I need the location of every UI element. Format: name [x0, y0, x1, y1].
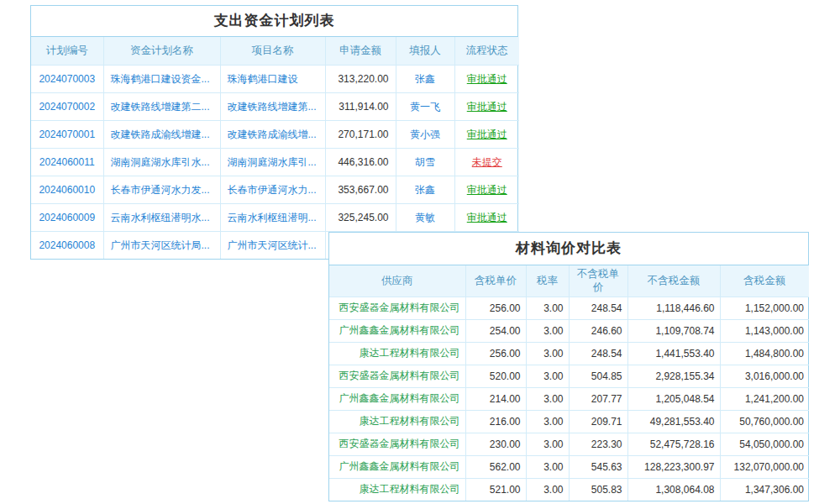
- table-row: 西安盛器金属材料有限公司520.003.00504.852,928,155.34…: [329, 365, 809, 387]
- table-row: 康达工程材料有限公司521.003.00505.831,308,064.081,…: [329, 478, 809, 501]
- expense-table-body: 2024070003珠海鹤港口建设资金...珠海鹤港口建设313,220.00张…: [31, 66, 519, 260]
- process-status-link[interactable]: 审批通过: [454, 93, 519, 121]
- table-row: 2024070003珠海鹤港口建设资金...珠海鹤港口建设313,220.00张…: [31, 66, 519, 93]
- tax-excl-unit-price-value: 207.77: [569, 387, 627, 410]
- tax-excl-amount-value: 2,928,155.34: [627, 365, 720, 387]
- tax-rate-value: 3.00: [526, 342, 569, 365]
- plan-no-link[interactable]: 2024070002: [31, 93, 103, 121]
- tax-incl-amount-value: 3,016,000.00: [720, 365, 809, 387]
- tax-excl-unit-price-value: 246.60: [569, 319, 627, 342]
- tax-incl-unit-price-value: 520.00: [465, 365, 526, 387]
- tax-incl-unit-price-value: 256.00: [465, 297, 526, 319]
- column-header-tax-incl-amount: 含税金额: [720, 265, 809, 297]
- column-header-project-name: 项目名称: [220, 37, 325, 66]
- fund-plan-name-link[interactable]: 湖南洞庭湖水库引水...: [103, 149, 220, 176]
- tax-rate-value: 3.00: [526, 365, 569, 387]
- project-name-link[interactable]: 云南水利枢纽潜明...: [220, 204, 325, 232]
- supplier-link[interactable]: 广州鑫鑫金属材料有限公司: [329, 319, 465, 342]
- project-name-link[interactable]: 珠海鹤港口建设: [220, 66, 325, 93]
- project-name-link[interactable]: 长春市伊通河水力...: [220, 176, 325, 204]
- table-row: 康达工程材料有限公司256.003.00248.541,441,553.401,…: [329, 342, 809, 365]
- tax-incl-amount-value: 1,241,200.00: [720, 387, 809, 410]
- tax-excl-unit-price-value: 209.71: [569, 410, 627, 433]
- tax-incl-unit-price-value: 230.00: [465, 433, 526, 455]
- table-row: 2024070002改建铁路线增建第二...改建铁路线增建第...311,914…: [31, 93, 519, 121]
- process-status-link[interactable]: 未提交: [454, 149, 519, 176]
- fund-plan-name-link[interactable]: 广州市天河区统计局...: [103, 232, 220, 260]
- tax-rate-value: 3.00: [526, 297, 569, 319]
- request-amount-value: 270,171.00: [325, 121, 396, 149]
- plan-no-link[interactable]: 2024060010: [31, 176, 103, 204]
- fund-plan-name-link[interactable]: 长春市伊通河水力发...: [103, 176, 220, 204]
- column-header-filler: 填报人: [396, 37, 454, 66]
- filler-link[interactable]: 黄小强: [396, 121, 454, 149]
- tax-incl-amount-value: 1,152,000.00: [720, 297, 809, 319]
- tax-excl-unit-price-value: 545.63: [569, 455, 627, 478]
- table-row: 2024060011湖南洞庭湖水库引水...湖南洞庭湖水库引...446,316…: [31, 149, 519, 176]
- tax-rate-value: 3.00: [526, 319, 569, 342]
- tax-rate-value: 3.00: [526, 387, 569, 410]
- tax-excl-unit-price-value: 248.54: [569, 342, 627, 365]
- project-name-link[interactable]: 湖南洞庭湖水库引...: [220, 149, 325, 176]
- project-name-link[interactable]: 改建铁路成渝线增...: [220, 121, 325, 149]
- project-name-link[interactable]: 改建铁路线增建第...: [220, 93, 325, 121]
- table-row: 2024060010长春市伊通河水力发...长春市伊通河水力...353,667…: [31, 176, 519, 204]
- filler-link[interactable]: 张鑫: [396, 66, 454, 93]
- expense-fund-plan-title: 支出资金计划列表: [31, 6, 517, 37]
- material-inquiry-title: 材料询价对比表: [329, 233, 808, 265]
- tax-incl-amount-value: 1,143,000.00: [720, 319, 809, 342]
- table-row: 2024060009云南水利枢纽潜明水...云南水利枢纽潜明...325,245…: [31, 204, 519, 232]
- table-row: 西安盛器金属材料有限公司230.003.00223.3052,475,728.1…: [329, 433, 809, 455]
- process-status-link[interactable]: 审批通过: [454, 176, 519, 204]
- table-row: 广州鑫鑫金属材料有限公司214.003.00207.771,205,048.54…: [329, 387, 809, 410]
- table-row: 西安盛器金属材料有限公司256.003.00248.541,118,446.60…: [329, 297, 809, 319]
- supplier-link[interactable]: 西安盛器金属材料有限公司: [329, 297, 465, 319]
- filler-link[interactable]: 张鑫: [396, 176, 454, 204]
- plan-no-link[interactable]: 2024070001: [31, 121, 103, 149]
- request-amount-value: 446,316.00: [325, 149, 396, 176]
- table-row: 广州鑫鑫金属材料有限公司562.003.00545.63128,223,300.…: [329, 455, 809, 478]
- table-row: 广州鑫鑫金属材料有限公司254.003.00246.601,109,708.74…: [329, 319, 809, 342]
- tax-incl-amount-value: 50,760,000.00: [720, 410, 809, 433]
- plan-no-link[interactable]: 2024070003: [31, 66, 103, 93]
- tax-rate-value: 3.00: [526, 455, 569, 478]
- column-header-tax-rate: 税率: [526, 265, 569, 297]
- process-status-link[interactable]: 审批通过: [454, 121, 519, 149]
- project-name-link[interactable]: 广州市天河区统计...: [220, 232, 325, 260]
- request-amount-value: 311,914.00: [325, 93, 396, 121]
- supplier-link[interactable]: 康达工程材料有限公司: [329, 410, 465, 433]
- column-header-request-amount: 申请金额: [325, 37, 396, 66]
- plan-no-link[interactable]: 2024060011: [31, 149, 103, 176]
- tax-excl-amount-value: 128,223,300.97: [627, 455, 720, 478]
- supplier-link[interactable]: 广州鑫鑫金属材料有限公司: [329, 455, 465, 478]
- table-row: 康达工程材料有限公司216.003.00209.7149,281,553.405…: [329, 410, 809, 433]
- tax-incl-unit-price-value: 254.00: [465, 319, 526, 342]
- tax-excl-amount-value: 1,308,064.08: [627, 478, 720, 501]
- tax-incl-amount-value: 1,484,800.00: [720, 342, 809, 365]
- column-header-process-status: 流程状态: [454, 37, 519, 66]
- material-inquiry-panel: 材料询价对比表 供应商 含税单价 税率 不含税单价 不含税金额 含税金额 西安盛…: [328, 232, 809, 501]
- request-amount-value: 353,667.00: [325, 176, 396, 204]
- tax-excl-unit-price-value: 248.54: [569, 297, 627, 319]
- fund-plan-name-link[interactable]: 改建铁路成渝线增建...: [103, 121, 220, 149]
- fund-plan-name-link[interactable]: 改建铁路线增建第二...: [103, 93, 220, 121]
- plan-no-link[interactable]: 2024060008: [31, 232, 103, 260]
- tax-rate-value: 3.00: [526, 433, 569, 455]
- column-header-tax-excl-amount: 不含税金额: [627, 265, 720, 297]
- plan-no-link[interactable]: 2024060009: [31, 204, 103, 232]
- fund-plan-name-link[interactable]: 云南水利枢纽潜明水...: [103, 204, 220, 232]
- process-status-link[interactable]: 审批通过: [454, 204, 519, 232]
- material-inquiry-table: 供应商 含税单价 税率 不含税单价 不含税金额 含税金额 西安盛器金属材料有限公…: [329, 265, 809, 501]
- supplier-link[interactable]: 西安盛器金属材料有限公司: [329, 433, 465, 455]
- supplier-link[interactable]: 康达工程材料有限公司: [329, 478, 465, 501]
- supplier-link[interactable]: 西安盛器金属材料有限公司: [329, 365, 465, 387]
- process-status-link[interactable]: 审批通过: [454, 66, 519, 93]
- filler-link[interactable]: 黄敏: [396, 204, 454, 232]
- filler-link[interactable]: 黄一飞: [396, 93, 454, 121]
- supplier-link[interactable]: 康达工程材料有限公司: [329, 342, 465, 365]
- fund-plan-name-link[interactable]: 珠海鹤港口建设资金...: [103, 66, 220, 93]
- tax-incl-amount-value: 54,050,000.00: [720, 433, 809, 455]
- request-amount-value: 325,245.00: [325, 204, 396, 232]
- filler-link[interactable]: 胡雪: [396, 149, 454, 176]
- supplier-link[interactable]: 广州鑫鑫金属材料有限公司: [329, 387, 465, 410]
